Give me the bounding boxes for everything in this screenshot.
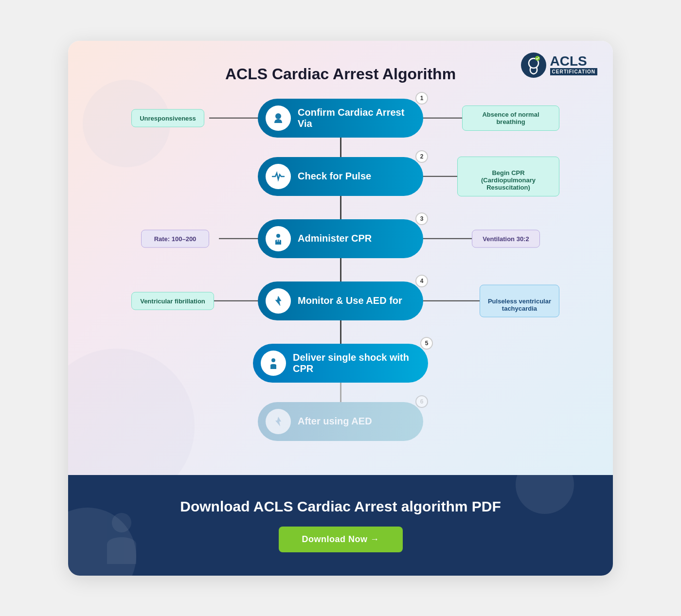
connector4 <box>102 320 579 344</box>
cpr-icon <box>270 231 286 246</box>
step5-icon <box>261 351 286 376</box>
step2-num: 2 <box>415 150 428 163</box>
svg-point-4 <box>276 234 280 238</box>
svg-point-6 <box>112 513 131 532</box>
step3-num: 3 <box>415 212 428 225</box>
download-button[interactable]: Download Now → <box>279 527 403 552</box>
logo-acls-label: ACLS <box>550 54 597 68</box>
step1-num: 1 <box>415 92 428 105</box>
step4-icon <box>266 288 291 314</box>
dl-deco-2 <box>516 475 574 514</box>
step5-node: Deliver single shock with CPR 5 <box>253 344 428 383</box>
step1-left-box: Unresponsiveness <box>131 109 204 127</box>
svg-point-3 <box>275 113 281 119</box>
step2-node: Check for Pulse 2 <box>258 157 423 196</box>
diagram-section: ACLS CERTIFICATION ACLS Cardiac Arrest A… <box>68 41 613 475</box>
step3-icon <box>266 226 291 251</box>
step6-num: 6 <box>415 395 428 408</box>
step4-left-box: Ventricular fibrillation <box>131 292 214 310</box>
step1-right-box: Absence of normal breathing <box>462 106 559 131</box>
dl-person-deco <box>97 510 146 571</box>
svg-point-5 <box>271 358 275 362</box>
vline2 <box>340 196 341 219</box>
after-aed-icon <box>270 414 286 429</box>
logo-text: ACLS CERTIFICATION <box>550 54 597 75</box>
connector5 <box>102 383 579 402</box>
step6-row: After using AED 6 <box>102 402 579 441</box>
step2-row: Check for Pulse 2 Begin CPR (Cardiopulmo… <box>102 157 579 196</box>
connector3 <box>102 258 579 282</box>
pulse-icon <box>270 169 286 184</box>
step2-icon <box>266 164 291 189</box>
step3-node: Administer CPR 3 <box>258 219 423 258</box>
step3-right-box: Ventilation 30:2 <box>472 229 540 247</box>
cardiac-icon <box>270 110 286 126</box>
step4-right-box: Pulseless ventricular tachycardia <box>480 284 559 317</box>
step1-icon <box>266 106 291 131</box>
vline4 <box>340 320 341 344</box>
download-section: Download ACLS Cardiac Arrest algorithm P… <box>68 475 613 576</box>
shock-icon <box>266 355 281 371</box>
vline5 <box>340 383 341 402</box>
step6-icon <box>266 409 291 434</box>
aed-icon <box>270 293 286 309</box>
step5-row: Deliver single shock with CPR 5 <box>102 344 579 383</box>
step2-right-box: Begin CPR (Cardiopulmonary Resuscitation… <box>457 157 559 196</box>
step4-right-text: Pulseless ventricular tachycardia <box>488 297 551 312</box>
step4-num: 4 <box>415 275 428 287</box>
step6-node: After using AED 6 <box>258 402 423 441</box>
vline3 <box>340 258 341 282</box>
logo-cert-label: CERTIFICATION <box>550 68 597 75</box>
main-card: ACLS CERTIFICATION ACLS Cardiac Arrest A… <box>68 41 613 576</box>
step2-right-text: Begin CPR (Cardiopulmonary Resuscitation… <box>481 169 536 191</box>
vline1 <box>340 138 341 157</box>
step3-left-box: Rate: 100–200 <box>141 229 209 247</box>
step3-row: Rate: 100–200 Administ <box>102 219 579 258</box>
acls-logo-icon <box>521 53 546 78</box>
step5-num: 5 <box>420 337 433 350</box>
download-title: Download ACLS Cardiac Arrest algorithm P… <box>180 498 501 515</box>
page-title: ACLS Cardiac Arrest Algorithm <box>97 65 584 83</box>
logo: ACLS CERTIFICATION <box>521 53 597 78</box>
step1-node: Confirm Cardiac Arrest Via 1 <box>258 99 423 138</box>
flowchart: Unresponsiveness Confirm Cardiac Arre <box>102 99 579 441</box>
step1-row: Unresponsiveness Confirm Cardiac Arre <box>102 99 579 138</box>
step4-row: Ventricular fibrillation Monitor & Use A… <box>102 282 579 320</box>
step4-node: Monitor & Use AED for 4 <box>258 282 423 320</box>
connector2 <box>102 196 579 219</box>
connector1 <box>102 138 579 157</box>
